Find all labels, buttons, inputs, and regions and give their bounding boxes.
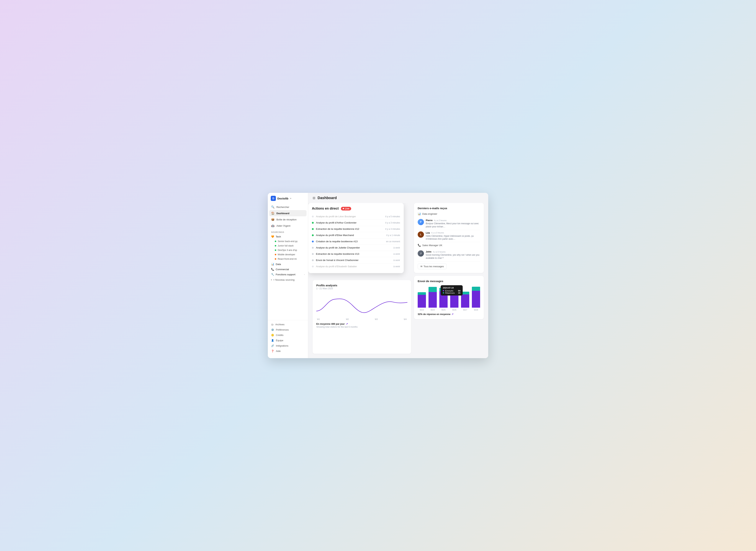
profiles-chart-card: Profils analysés 1 - 21 Mars 2025 W1 W2 …	[312, 280, 411, 354]
bar-label-w28: W28	[474, 309, 478, 311]
email-preview: Good morning Clementine, yes why not ! w…	[426, 253, 480, 260]
sourcing-item-label: Junior full stack	[278, 244, 293, 247]
tooltip-responses-label: Réponses	[445, 292, 455, 294]
nav-label-dashboard: Dashboard	[276, 212, 289, 215]
nav-item-team[interactable]: 👤 Équipe	[269, 338, 306, 343]
email-item-pierre[interactable]: P Pierre il y a 2 heures Bonjour Clément…	[418, 217, 480, 230]
live-badge: Live	[341, 207, 351, 210]
action-item-8: Analyse du profil d'Elisabeth Sabatier à…	[312, 263, 400, 269]
live-badge-label: Live	[345, 207, 349, 210]
nav-label-archives: Archives	[275, 323, 284, 326]
sourcing-item-senior[interactable]: Senior back-end py	[273, 239, 306, 243]
nav-label-integrations: Intégrations	[276, 344, 288, 347]
dot-orange-icon	[275, 258, 276, 260]
bar-chart-wrapper: 2024-07-19 Envoyés 94 Réponses 15	[418, 285, 480, 311]
avatar-lea: L	[418, 231, 424, 238]
dashboard-icon: 🏠	[271, 211, 274, 215]
bar-purple-w23	[418, 295, 426, 308]
nav-label-agent: Aider l'Agent	[276, 224, 290, 227]
bar-stack-w23	[418, 292, 426, 308]
sourcing-group-tech-header[interactable]: 🧡 Tech	[269, 234, 306, 239]
sourcing-item-react[interactable]: React front-end mi	[273, 257, 306, 261]
tooltip-purple-dot	[443, 290, 444, 291]
commercial-label: Commercial	[276, 268, 289, 271]
action-item-3: Analyse du profil d'Elise Marchand il y …	[312, 232, 400, 238]
chart-avg: En moyenne 400 par jour ↗	[316, 323, 408, 325]
all-messages-button[interactable]: ✉ Tous les messages	[418, 263, 447, 269]
trend-up-icon: ↗	[346, 323, 348, 325]
sidebar-toggle-icon[interactable]: ⊞	[312, 196, 315, 200]
email-preview: Bonjour Clémentine, Merci pour ton messa…	[426, 222, 480, 228]
nav-item-help[interactable]: ❓ Aide	[269, 349, 306, 354]
sourcing-group-commercial-header[interactable]: 📞 Commercial	[269, 267, 306, 272]
action-text: Création de la requête booléenne #13	[316, 240, 384, 243]
status-done-icon	[312, 234, 314, 236]
action-item-6: Extraction de la requête booléenne #13 à…	[312, 251, 400, 257]
bar-teal-w23	[418, 292, 426, 295]
email-time: il y a 6 heures	[433, 251, 446, 253]
email-content-pierre: Pierre il y a 2 heures Bonjour Clémentin…	[426, 219, 480, 228]
nav-label-help: Aide	[276, 350, 281, 353]
help-icon: ❓	[271, 350, 274, 353]
nav-item-credits[interactable]: 🪙 Crédits	[269, 333, 306, 338]
chevron-right-icon: ›	[304, 273, 305, 276]
dot-green-icon	[275, 240, 276, 242]
dot-green-icon	[275, 245, 276, 246]
profiles-chart-title: Profils analysés	[316, 284, 408, 287]
bar-purple-w24	[429, 292, 437, 308]
action-item-7: Envoi de l'email à Vincent Charbonnier à…	[312, 257, 400, 263]
chevron-down-icon: ▾	[290, 197, 291, 200]
action-time: à venir	[394, 246, 400, 249]
preferences-icon: ⚙️	[271, 329, 274, 331]
status-pending-icon	[312, 253, 314, 255]
sourcing-group-support-header[interactable]: 🔧 Fonctions support ›	[269, 272, 306, 277]
email-item-john[interactable]: J John il y a 6 heures Good morning Clem…	[418, 249, 480, 261]
topbar: ⊞ Dashboard	[308, 193, 488, 203]
emails-card: Derniers e-mails reçus 📊 Data engineer P…	[414, 203, 484, 273]
status-done-icon	[312, 228, 314, 230]
action-time: il y a 3 minutes	[386, 221, 400, 224]
bar-chart-icon: 📊	[418, 212, 421, 215]
nav-item-dashboard[interactable]: 🏠 Dashboard	[269, 210, 306, 216]
sourcing-item-devops[interactable]: DevOps 3 ans d'xp	[273, 248, 306, 252]
nav-item-preferences[interactable]: ⚙️ Préférences	[269, 327, 306, 333]
nav-label-preferences: Préférences	[276, 329, 289, 331]
sourcing-group-data-header[interactable]: 📊 Data	[269, 261, 306, 267]
sourcing-group-tech: 🧡 Tech Senior back-end py Junior full st…	[269, 234, 306, 261]
tech-label: Tech	[276, 235, 281, 238]
phone-icon: 📞	[418, 244, 421, 247]
action-time: il y a 5 minutes	[386, 215, 400, 218]
action-text: Extraction de la requête booléenne #13	[316, 252, 391, 255]
sourcing-item-label: React front-end mi	[278, 258, 297, 260]
action-time: à venir	[394, 259, 400, 261]
nav-item-integrations[interactable]: 🔗 Intégrations	[269, 343, 306, 349]
email-sender: Pierre	[426, 219, 433, 222]
logo[interactable]: D Doctolib ▾	[268, 196, 308, 204]
email-sender: Léa	[426, 231, 430, 234]
right-column: Derniers e-mails reçus 📊 Data engineer P…	[414, 203, 484, 354]
profiles-chart-date: 1 - 21 Mars 2025	[316, 287, 408, 290]
nav-item-search[interactable]: 🔍 Rechercher	[269, 204, 306, 210]
dot-green-icon	[275, 249, 276, 251]
action-time: en ce moment	[386, 240, 400, 243]
tooltip-teal-dot	[443, 292, 444, 294]
status-pending-icon	[312, 259, 314, 261]
tooltip-row-responses: Réponses 15	[443, 292, 461, 294]
main-nav: 🔍 Rechercher 🏠 Dashboard 📦 Boîte de réce…	[268, 204, 308, 229]
sourcing-item-junior[interactable]: Junior full stack	[273, 243, 306, 248]
main-content: ⊞ Dashboard Actions en direct Live Analy…	[308, 193, 488, 358]
nav-label-search: Rechercher	[276, 206, 289, 208]
avatar-pierre: P	[418, 219, 424, 225]
team-icon: 👤	[271, 339, 274, 342]
dot-orange-icon	[275, 254, 276, 255]
archives-icon: 🗂	[271, 323, 273, 326]
email-item-lea[interactable]: L Léa il y a 3 heures Hello Clémentine, …	[418, 230, 480, 242]
new-sourcing-button[interactable]: + + Nouveau sourcing	[268, 277, 308, 283]
bar-group-w24: W24	[429, 287, 437, 311]
nav-item-inbox[interactable]: 📦 Boîte de réception	[269, 216, 306, 222]
integrations-icon: 🔗	[271, 344, 274, 347]
sourcing-item-mobile[interactable]: Mobile developer	[273, 252, 306, 257]
nav-item-agent[interactable]: 🤖 Aider l'Agent	[269, 222, 306, 229]
nav-item-archives[interactable]: 🗂 Archives	[269, 322, 306, 327]
email-preview: Hello Clémentine, Hyper intéressant ce p…	[426, 234, 480, 241]
